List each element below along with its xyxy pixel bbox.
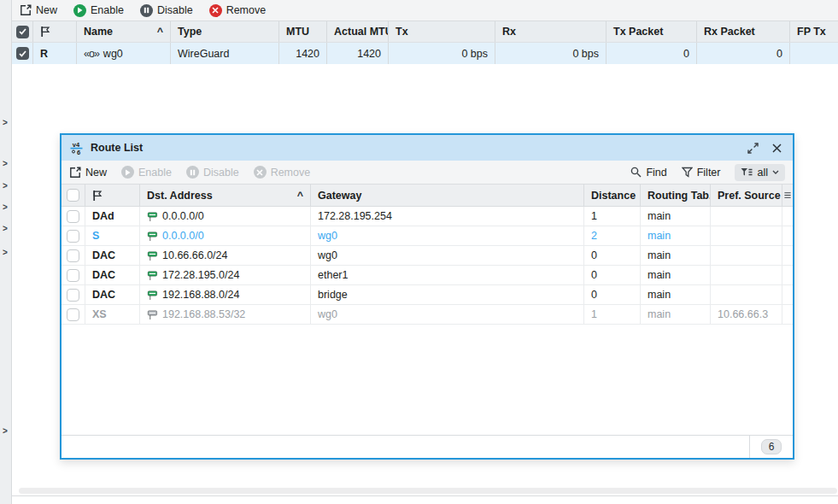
- remove-route-button[interactable]: Remove: [254, 166, 311, 179]
- interface-type-cell: WireGuard: [171, 43, 279, 64]
- sidebar-expand-chevron[interactable]: >: [3, 225, 8, 233]
- route-checkbox[interactable]: [67, 308, 79, 321]
- route-row[interactable]: XS 192.168.88.53/32 wg0 1 main 10.66.66.…: [62, 305, 793, 325]
- route-gateway-cell: wg0: [311, 305, 584, 324]
- sidebar-expand-chevron[interactable]: >: [3, 427, 8, 436]
- route-flags-cell: S: [85, 226, 140, 245]
- enable-button-label: Enable: [91, 4, 124, 16]
- route-sign-icon: [147, 290, 158, 301]
- route-row[interactable]: DAd 0.0.0.0/0 172.28.195.254 1 main: [62, 207, 793, 226]
- play-icon: [121, 166, 134, 179]
- route-row[interactable]: DAC 172.28.195.0/24 ether1 0 main: [62, 266, 793, 285]
- route-checkbox[interactable]: [67, 249, 79, 262]
- sidebar-expand-chevron[interactable]: >: [3, 119, 8, 127]
- select-all-routes-checkbox[interactable]: [67, 189, 79, 202]
- interface-row-wg0[interactable]: R «o» wg0 WireGuard 1420 1420 0 bps 0 bp…: [12, 43, 838, 64]
- column-settings-button[interactable]: [782, 185, 793, 206]
- route-flags-cell: DAC: [85, 266, 140, 284]
- column-header-type[interactable]: Type: [171, 21, 279, 42]
- pause-icon: [186, 166, 199, 179]
- route-routing-table-cell: main: [641, 266, 711, 284]
- sidebar-expand-chevron[interactable]: >: [3, 182, 8, 190]
- column-header-rx-packet[interactable]: Rx Packet: [697, 21, 790, 42]
- sort-ascending-icon: ^: [297, 190, 303, 202]
- horizontal-scrollbar[interactable]: [19, 488, 837, 494]
- column-header-rx[interactable]: Rx: [495, 21, 607, 42]
- route-checkbox-cell: [62, 246, 85, 265]
- interface-actual-mtu-cell: 1420: [327, 43, 389, 64]
- x-icon: [254, 166, 267, 179]
- column-header-actual-mtu[interactable]: Actual MTU: [327, 21, 389, 42]
- chevron-down-icon: [772, 170, 779, 174]
- route-checkbox-cell: [62, 207, 85, 226]
- flag-icon: [40, 26, 50, 38]
- route-dst-cell: 192.168.88.0/24: [140, 285, 311, 304]
- route-row[interactable]: DAC 10.66.66.0/24 wg0 0 main: [62, 246, 793, 266]
- route-dst-cell: 0.0.0.0/0: [140, 207, 311, 226]
- remove-button[interactable]: Remove: [209, 4, 267, 17]
- restore-window-button[interactable]: [744, 139, 761, 156]
- route-gateway-cell: ether1: [311, 266, 584, 284]
- disable-button[interactable]: Disable: [140, 4, 193, 17]
- remove-route-label: Remove: [271, 167, 311, 179]
- filter-scope-dropdown[interactable]: all: [735, 164, 785, 181]
- route-checkbox[interactable]: [67, 269, 79, 282]
- route-row[interactable]: DAC 192.168.88.0/24 bridge 0 main: [62, 285, 793, 305]
- column-header-routing-table[interactable]: Routing Tab...: [641, 185, 711, 206]
- interface-toolbar: New Enable Disable Remove: [12, 0, 838, 21]
- column-header-mtu[interactable]: MTU: [279, 21, 327, 42]
- route-gateway-cell: 172.28.195.254: [311, 207, 584, 226]
- route-sign-icon: [147, 270, 158, 281]
- route-pref-source-cell: [711, 226, 782, 245]
- filter-button[interactable]: Filter: [682, 167, 721, 179]
- find-button[interactable]: Find: [630, 167, 666, 179]
- route-pref-source-cell: [711, 285, 782, 304]
- new-route-button[interactable]: New: [69, 167, 107, 179]
- column-header-fp-tx[interactable]: FP Tx: [790, 21, 838, 42]
- route-pref-source-cell: [711, 266, 782, 284]
- new-button[interactable]: New: [20, 4, 57, 16]
- column-header-distance[interactable]: Distance: [584, 185, 641, 206]
- route-sign-icon: [147, 231, 158, 242]
- route-list-titlebar[interactable]: v4 6 Route List: [62, 135, 793, 161]
- select-all-checkbox[interactable]: [16, 26, 29, 38]
- route-routing-table-cell: main: [641, 226, 711, 245]
- route-checkbox[interactable]: [67, 210, 79, 223]
- interface-icon: «o»: [84, 48, 99, 60]
- route-gateway-cell: wg0: [311, 246, 584, 265]
- enable-route-label: Enable: [138, 167, 172, 179]
- route-pref-source-cell: [711, 246, 782, 265]
- column-header-route-flags[interactable]: [85, 185, 140, 206]
- sidebar-expand-chevron[interactable]: >: [3, 160, 8, 168]
- route-dst-cell: 10.66.66.0/24: [140, 246, 311, 265]
- interface-name-cell: «o» wg0: [77, 43, 171, 64]
- column-label: Actual MTU: [334, 26, 389, 38]
- column-label: Gateway: [318, 190, 361, 202]
- new-route-label: New: [85, 167, 107, 179]
- sidebar-expand-chevron[interactable]: >: [3, 203, 8, 212]
- column-header-gateway[interactable]: Gateway: [311, 185, 584, 206]
- column-header-tx[interactable]: Tx: [389, 21, 495, 42]
- new-window-icon: [69, 167, 81, 179]
- close-window-button[interactable]: [768, 139, 785, 156]
- column-header-dst-address[interactable]: Dst. Address ^: [140, 185, 311, 206]
- column-label: Routing Tab...: [648, 190, 711, 202]
- sidebar-expand-chevron[interactable]: >: [3, 249, 8, 257]
- route-sign-icon: [147, 250, 158, 261]
- route-row[interactable]: S 0.0.0.0/0 wg0 2 main: [62, 226, 793, 246]
- route-checkbox[interactable]: [67, 230, 79, 243]
- left-sidebar: > > > > > > >: [0, 0, 12, 504]
- interface-mtu-cell: 1420: [279, 43, 327, 64]
- row-checkbox[interactable]: [16, 47, 29, 60]
- column-header-name[interactable]: Name ^: [77, 21, 171, 42]
- column-header-tx-packet[interactable]: Tx Packet: [607, 21, 697, 42]
- column-header-flags[interactable]: [33, 21, 77, 42]
- remove-button-label: Remove: [226, 4, 267, 16]
- enable-button[interactable]: Enable: [73, 4, 124, 17]
- enable-route-button[interactable]: Enable: [121, 166, 172, 179]
- disable-route-label: Disable: [203, 167, 239, 179]
- route-checkbox[interactable]: [67, 289, 79, 302]
- column-header-pref-source[interactable]: Pref. Source: [711, 185, 782, 206]
- disable-route-button[interactable]: Disable: [186, 166, 239, 179]
- search-icon: [630, 167, 642, 178]
